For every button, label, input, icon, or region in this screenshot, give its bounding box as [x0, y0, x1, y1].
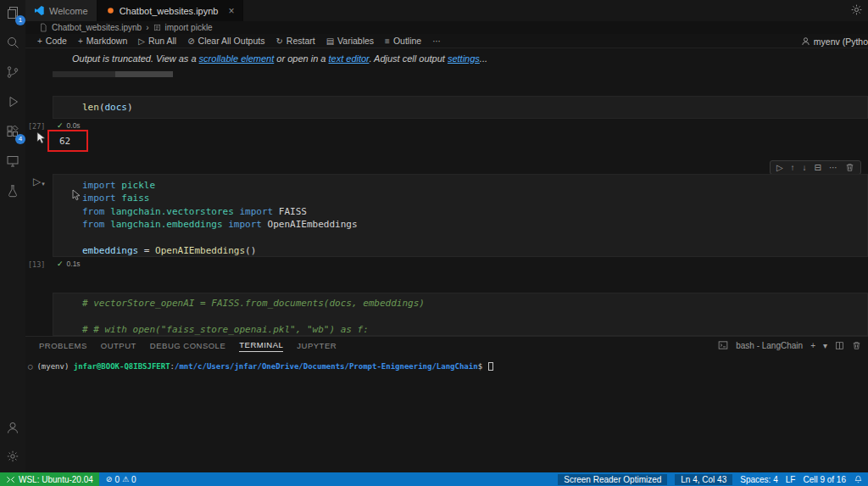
cell-position-status[interactable]: Cell 9 of 16: [803, 475, 846, 484]
mouse-cursor-arrow: [72, 189, 81, 201]
variables-icon: ▤: [326, 36, 334, 46]
explorer-icon[interactable]: 1: [3, 3, 22, 22]
breadcrumb-cell[interactable]: import pickle: [165, 23, 213, 32]
vscode-window: 1 4: [0, 0, 868, 486]
add-code-button[interactable]: +Code: [37, 36, 67, 46]
tab-notebook[interactable]: Chatbot_websites.ipynb ×: [97, 0, 244, 21]
kernel-picker[interactable]: myenv (Pytho: [801, 34, 868, 48]
code-cell-len-docs[interactable]: len(docs): [53, 96, 868, 119]
search-icon[interactable]: [3, 33, 22, 52]
split-cell-icon[interactable]: ⊟: [815, 163, 821, 172]
code-line: import pickle: [82, 179, 867, 192]
panel-tab-output[interactable]: OUTPUT: [101, 341, 136, 350]
new-terminal-icon[interactable]: +: [810, 341, 815, 350]
run-debug-icon[interactable]: [3, 92, 22, 111]
execute-above-icon[interactable]: ↑: [791, 163, 795, 172]
cell-toolbar: ▷ ↑ ↓ ⊟ ⋯: [770, 160, 861, 175]
panel-tab-debug-console[interactable]: DEBUG CONSOLE: [150, 341, 225, 350]
extensions-badge: 4: [15, 134, 25, 144]
terminal-prompt-segment: (myenv): [36, 362, 73, 371]
more-actions-icon[interactable]: ⋯: [829, 163, 837, 172]
code-line: from langchain.embeddings import OpenAIE…: [82, 218, 867, 231]
eol-status[interactable]: LF: [786, 475, 796, 484]
terminal-prompt-line[interactable]: ○ (myenv) jnfar@BOOK-Q8IBSJFERT:/mnt/c/U…: [28, 362, 493, 371]
tab-welcome[interactable]: Welcome: [25, 0, 97, 21]
toolbar-label: Markdown: [86, 36, 127, 46]
remote-icon: [6, 475, 15, 484]
terminal-dropdown-icon[interactable]: ▾: [823, 341, 827, 350]
split-terminal-icon[interactable]: [835, 341, 844, 350]
clear-all-outputs-button[interactable]: ⊘Clear All Outputs: [187, 36, 264, 46]
variables-button[interactable]: ▤Variables: [326, 36, 374, 46]
bottom-panel: PROBLEMSOUTPUTDEBUG CONSOLETERMINALJUPYT…: [25, 336, 868, 472]
panel-tab-problems[interactable]: PROBLEMS: [39, 341, 87, 350]
source-control-icon[interactable]: [3, 63, 22, 81]
extensions-icon[interactable]: 4: [3, 122, 22, 141]
outline-button[interactable]: ≡Outline: [385, 36, 421, 46]
terminal-instance-label[interactable]: bash - LangChain: [736, 341, 803, 350]
success-check-icon: ✓: [57, 260, 64, 268]
settings-gear-icon[interactable]: [3, 447, 22, 466]
command-decoration-icon: ○: [28, 362, 32, 371]
screen-reader-status[interactable]: Screen Reader Optimized: [558, 474, 667, 485]
truncation-text: ...: [480, 53, 487, 64]
notebook-file-icon: [106, 6, 115, 15]
execution-time: 0.1s: [67, 260, 81, 268]
terminal-cursor: [488, 362, 493, 371]
titlebar-gear-icon[interactable]: [850, 3, 863, 16]
truncation-text: or open in a: [274, 53, 328, 64]
code-cell-comments[interactable]: # vectorStore_openAI = FAISS.from_docume…: [53, 293, 868, 336]
cell-status: ✓0.1s: [57, 260, 81, 268]
annotation-red-box: [47, 130, 88, 152]
problems-indicator[interactable]: ⊘ 0 ⚠ 0: [99, 475, 136, 484]
code-line: from langchain.vectorstores import FAISS: [82, 205, 867, 218]
testing-icon[interactable]: [3, 182, 22, 200]
terminal-prompt-segment: $: [478, 362, 487, 371]
run-cell-button[interactable]: ▷▾: [33, 176, 45, 187]
output-scrollbar[interactable]: [53, 71, 173, 77]
code-line: import faiss: [82, 192, 867, 204]
indentation-status[interactable]: Spaces: 4: [740, 475, 777, 484]
warning-count: 0: [131, 475, 136, 484]
panel-tab-jupyter[interactable]: JUPYTER: [297, 341, 337, 350]
run-all-button[interactable]: ▷Run All: [138, 36, 176, 46]
notebook-toolbar: +Code +Markdown ▷Run All ⊘Clear All Outp…: [25, 34, 868, 48]
kernel-icon: [801, 36, 810, 46]
remote-explorer-icon[interactable]: [3, 152, 22, 170]
truncation-text: Output is truncated. View as a: [72, 53, 199, 64]
code-line: embeddings = OpenAIEmbeddings(): [82, 244, 867, 257]
delete-cell-icon[interactable]: [845, 163, 854, 172]
notifications-bell-icon[interactable]: [854, 475, 863, 484]
code-line: # vectorStore_openAI = FAISS.from_docume…: [82, 297, 867, 310]
account-icon[interactable]: [3, 418, 22, 437]
close-tab-icon[interactable]: ×: [228, 6, 234, 16]
remote-label: WSL: Ubuntu-20.04: [19, 475, 93, 484]
cursor-position-status[interactable]: Ln 4, Col 43: [675, 474, 732, 485]
truncation-link[interactable]: text editor: [328, 53, 369, 64]
kernel-label: myenv (Pytho: [814, 36, 868, 47]
symbol-icon: [153, 24, 161, 31]
execute-cell-icon[interactable]: ▷: [776, 163, 783, 172]
tab-label: Welcome: [49, 6, 88, 16]
execute-below-icon[interactable]: ↓: [803, 163, 807, 172]
truncation-link[interactable]: scrollable element: [199, 53, 275, 64]
chevron-down-icon: ▾: [42, 181, 45, 187]
kill-terminal-icon[interactable]: [852, 341, 861, 350]
code-line: [82, 310, 867, 322]
add-markdown-button[interactable]: +Markdown: [78, 36, 127, 46]
output-scrollbar-thumb[interactable]: [53, 71, 115, 77]
code-cell-imports[interactable]: import pickleimport faissfrom langchain.…: [53, 174, 868, 257]
execution-count: [13]: [28, 260, 45, 269]
clear-icon: ⊘: [187, 36, 194, 46]
remote-indicator[interactable]: WSL: Ubuntu-20.04: [0, 472, 99, 486]
breadcrumb-file[interactable]: Chatbot_websites.ipynb: [52, 23, 142, 32]
tab-label: Chatbot_websites.ipynb: [120, 6, 219, 16]
more-actions-button[interactable]: ⋯: [432, 36, 441, 46]
truncation-link[interactable]: settings: [448, 53, 480, 64]
breadcrumb-separator-icon: ›: [146, 23, 148, 32]
breadcrumb[interactable]: Chatbot_websites.ipynb › import pickle: [25, 21, 868, 34]
restart-button[interactable]: ↻Restart: [275, 36, 314, 46]
success-check-icon: ✓: [57, 121, 64, 130]
panel-tab-terminal[interactable]: TERMINAL: [239, 340, 283, 352]
explorer-badge: 1: [15, 15, 25, 25]
